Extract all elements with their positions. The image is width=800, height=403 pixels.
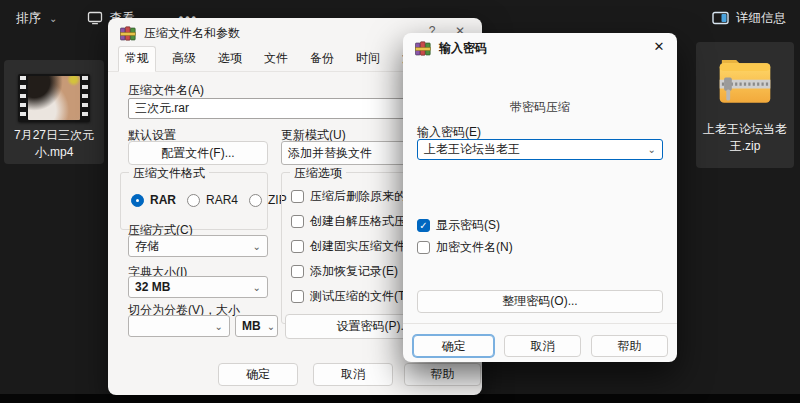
video-frame	[28, 76, 80, 120]
radio-rar4-label: RAR4	[206, 193, 238, 207]
footer-divider	[403, 323, 677, 324]
checkbox-show-password[interactable]: ✓ 显示密码(S)	[417, 217, 500, 234]
split-size-combo[interactable]: ⌄	[128, 315, 230, 337]
password-dialog-titlebar[interactable]: 输入密码 ✕	[403, 33, 677, 63]
radio-dot	[249, 194, 262, 207]
password-input-combo[interactable]: 上老王论坛当老王 ⌄	[417, 139, 663, 160]
tab-advanced[interactable]: 高级	[166, 47, 202, 71]
profiles-button[interactable]: 配置文件(F)...	[128, 141, 268, 165]
dictionary-value: 32 MB	[135, 280, 170, 294]
radio-rar-label: RAR	[150, 193, 176, 207]
details-pane-icon	[712, 11, 729, 25]
password-value: 上老王论坛当老王	[424, 141, 520, 158]
password-dialog: 输入密码 ✕ 带密码压缩 输入密码(E) 上老王论坛当老王 ⌄ ✓ 显示密码(S…	[403, 33, 677, 362]
details-label: 详细信息	[736, 10, 786, 27]
ok-button[interactable]: 确定	[218, 363, 298, 386]
video-thumbnail	[18, 74, 90, 122]
file-item-video[interactable]: 7月27日三次元 小.mp4	[4, 60, 104, 164]
tab-time[interactable]: 时间	[350, 47, 386, 71]
radio-rar[interactable]: RAR	[131, 193, 176, 207]
split-unit-value: MB	[242, 319, 261, 333]
winrar-icon	[120, 26, 136, 41]
chevron-down-icon: ⌄	[253, 282, 261, 293]
checkbox-recovery-label: 添加恢复记录(E)	[310, 263, 398, 280]
format-group-label: 压缩文件格式	[129, 165, 209, 182]
radio-dot	[131, 194, 144, 207]
split-unit-combo[interactable]: MB ⌄	[235, 315, 278, 337]
archive-name-label: 压缩文件名(A)	[128, 82, 204, 99]
help-button[interactable]: 帮助	[404, 363, 481, 386]
radio-rar4[interactable]: RAR4	[187, 193, 238, 207]
chevron-down-icon: ⌄	[648, 144, 656, 155]
close-icon[interactable]: ✕	[645, 39, 673, 54]
password-dialog-title: 输入密码	[439, 40, 487, 57]
checkbox-box: ✓	[417, 219, 430, 232]
encrypt-names-label: 加密文件名(N)	[436, 239, 513, 256]
dictionary-combo[interactable]: 32 MB ⌄	[128, 276, 268, 298]
taskbar-edge	[0, 394, 800, 403]
tab-options[interactable]: 选项	[212, 47, 248, 71]
file-name: 上老王论坛当老 王.zip	[703, 121, 787, 156]
options-group-label: 压缩选项	[290, 165, 346, 182]
method-value: 存储	[135, 238, 159, 255]
sort-menu[interactable]: 排序 ⌄	[16, 10, 57, 27]
help-button[interactable]: 帮助	[591, 335, 668, 357]
chevron-down-icon: ⌄	[267, 321, 275, 332]
checkbox-box	[291, 190, 304, 203]
filmstrip-holes	[82, 76, 88, 120]
checkbox-test-label: 测试压缩的文件(T)	[310, 288, 409, 305]
cancel-button[interactable]: 取消	[313, 363, 393, 386]
checkbox-box	[417, 241, 430, 254]
sort-label: 排序	[16, 10, 41, 27]
monitor-icon	[87, 11, 103, 25]
checkbox-encrypt-names[interactable]: 加密文件名(N)	[417, 239, 513, 256]
tab-backup[interactable]: 备份	[304, 47, 340, 71]
method-combo[interactable]: 存储 ⌄	[128, 235, 268, 257]
checkbox-box	[291, 240, 304, 253]
password-subtitle: 带密码压缩	[403, 99, 677, 116]
chevron-down-icon: ⌄	[49, 13, 57, 24]
tab-files[interactable]: 文件	[258, 47, 294, 71]
radio-dot	[187, 194, 200, 207]
zip-folder-icon	[714, 50, 776, 116]
ok-button[interactable]: 确定	[413, 335, 494, 357]
checkbox-box	[291, 290, 304, 303]
organize-passwords-button[interactable]: 整理密码(O)...	[417, 290, 663, 313]
details-toggle[interactable]: 详细信息	[712, 0, 786, 36]
cancel-button[interactable]: 取消	[504, 335, 581, 357]
archive-dialog-title: 压缩文件名和参数	[144, 25, 240, 42]
checkbox-box	[291, 215, 304, 228]
chevron-down-icon: ⌄	[253, 241, 261, 252]
checkbox-box	[291, 265, 304, 278]
file-name: 7月27日三次元 小.mp4	[14, 127, 94, 162]
file-item-zip[interactable]: 上老王论坛当老 王.zip	[696, 42, 794, 168]
chevron-down-icon: ⌄	[215, 321, 223, 332]
update-mode-value: 添加并替换文件	[288, 145, 372, 162]
winrar-icon	[415, 41, 431, 56]
show-password-label: 显示密码(S)	[436, 217, 500, 234]
tab-general[interactable]: 常规	[118, 46, 156, 72]
filmstrip-holes	[20, 76, 26, 120]
